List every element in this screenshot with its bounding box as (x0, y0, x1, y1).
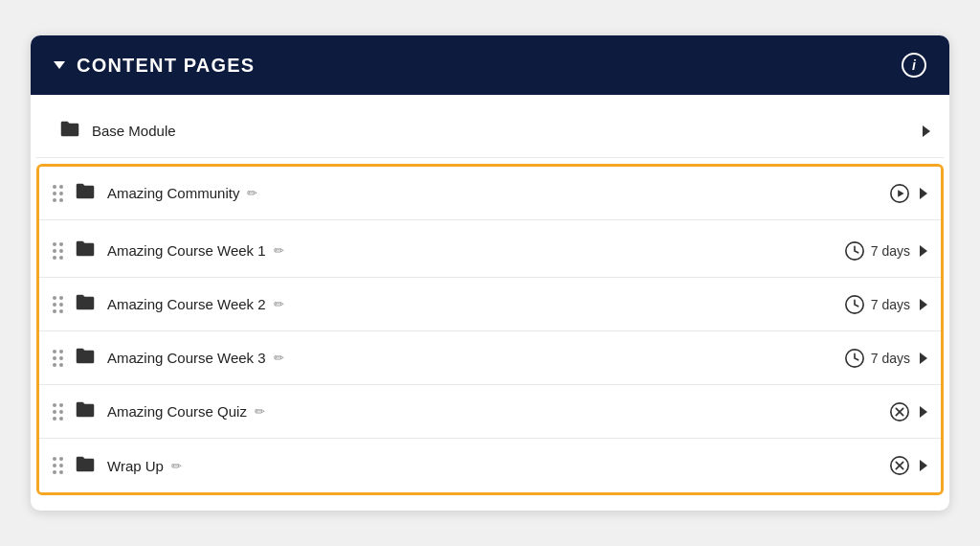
clock-icon (844, 348, 865, 369)
folder-icon (75, 239, 96, 262)
content-list: Base Module Amazing Commu (31, 95, 949, 511)
drag-handle[interactable] (53, 296, 63, 313)
expand-icon[interactable] (920, 406, 927, 418)
folder-icon (75, 181, 96, 205)
highlighted-group: Amazing Community ✏ (36, 164, 944, 495)
item-right: 7 days (844, 240, 927, 262)
item-label: Amazing Course Week 3 ✏ (107, 350, 844, 366)
item-label: Amazing Course Week 1 ✏ (107, 242, 844, 259)
expand-icon[interactable] (920, 353, 927, 364)
folder-icon (75, 292, 96, 316)
drag-handle[interactable] (53, 185, 63, 202)
clock-icon (844, 240, 865, 262)
item-right: 7 days (844, 294, 927, 315)
item-right (851, 401, 927, 422)
item-label: Amazing Course Quiz ✏ (107, 403, 851, 420)
collapse-icon[interactable] (54, 61, 65, 69)
item-label: Amazing Community ✏ (107, 185, 851, 201)
days-label: 7 days (871, 243, 910, 259)
edit-icon[interactable]: ✏ (274, 351, 284, 365)
expand-icon[interactable] (920, 188, 927, 199)
x-icon[interactable] (889, 455, 910, 476)
item-right: 7 days (844, 348, 927, 369)
list-item: Amazing Community ✏ (39, 167, 941, 220)
item-label: Amazing Course Week 2 ✏ (107, 296, 844, 312)
content-pages-panel: CONTENT PAGES i Base Module (31, 35, 949, 511)
days-label: 7 days (871, 351, 910, 366)
drag-handle[interactable] (53, 350, 63, 367)
drag-handle[interactable] (53, 242, 63, 260)
info-icon[interactable]: i (902, 53, 926, 78)
list-item: Amazing Course Week 3 ✏ 7 days (39, 331, 941, 385)
base-module-right (854, 125, 930, 137)
drag-handle[interactable] (53, 403, 63, 421)
item-label: Wrap Up ✏ (107, 458, 851, 474)
base-module-label: Base Module (92, 123, 854, 139)
x-icon[interactable] (889, 401, 910, 422)
item-right (851, 455, 927, 476)
edit-icon[interactable]: ✏ (274, 297, 284, 311)
list-item: Wrap Up ✏ (39, 439, 941, 492)
panel-title: CONTENT PAGES (77, 55, 255, 77)
edit-icon[interactable]: ✏ (171, 459, 182, 473)
folder-icon (75, 399, 96, 423)
days-label: 7 days (871, 297, 910, 312)
list-item: Amazing Course Week 2 ✏ 7 days (39, 278, 941, 331)
clock-icon (844, 294, 865, 315)
edit-icon[interactable]: ✏ (255, 404, 265, 419)
expand-icon[interactable] (920, 299, 927, 310)
drag-handle[interactable] (53, 457, 63, 474)
panel-header: CONTENT PAGES i (31, 35, 949, 95)
edit-icon[interactable]: ✏ (247, 186, 257, 200)
folder-icon (75, 454, 96, 478)
folder-icon (59, 119, 80, 143)
item-right (851, 183, 927, 204)
folder-icon (75, 346, 96, 370)
header-left: CONTENT PAGES (54, 55, 255, 77)
svg-marker-1 (898, 190, 903, 196)
expand-icon[interactable] (920, 460, 927, 471)
edit-icon[interactable]: ✏ (274, 243, 284, 258)
list-item: Amazing Course Quiz ✏ (39, 385, 941, 439)
expand-icon[interactable] (923, 125, 930, 137)
list-item: Amazing Course Week 1 ✏ 7 days (39, 224, 941, 278)
base-module-row: Base Module (36, 104, 944, 158)
play-icon[interactable] (889, 183, 910, 204)
expand-icon[interactable] (920, 245, 927, 257)
